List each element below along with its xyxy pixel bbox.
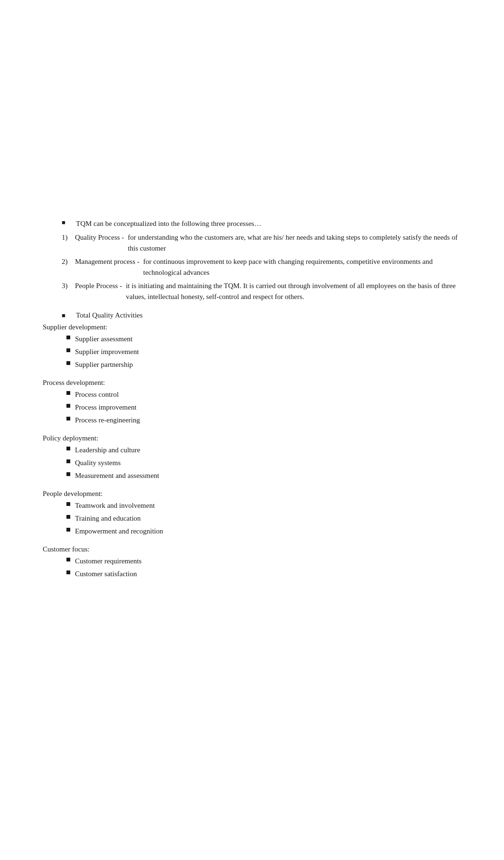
list-item: Teamwork and involvement [66,500,461,511]
processes-list: 1)Quality Process -for understanding who… [43,232,461,302]
category-section-3: People development:Teamwork and involvem… [43,490,461,537]
list-bullet-icon [66,558,70,561]
process-label-3: People Process - [75,280,122,291]
intro-bullet-row: ■ TQM can be conceptualized into the fol… [43,218,461,229]
list-item: Process control [66,389,461,400]
process-label-1: Quality Process - [75,232,124,243]
category-title-0: Supplier development: [43,323,461,331]
intro-bullet-icon: ■ [62,218,76,226]
list-bullet-icon [66,515,70,519]
intro-bullet-text: TQM can be conceptualized into the follo… [76,218,261,229]
list-bullet-icon [66,570,70,574]
process-desc-1: for understanding who the customers are,… [124,232,461,253]
list-item-text: Supplier partnership [75,359,133,370]
process-item-3: 3)People Process -it is initiating and m… [62,280,461,302]
list-item-text: Training and education [75,513,141,524]
category-title-1: Process development: [43,379,461,387]
category-section-4: Customer focus:Customer requirementsCust… [43,545,461,580]
tqa-bullet-icon: ■ [62,311,76,319]
list-bullet-icon [66,528,70,532]
list-item-text: Customer satisfaction [75,568,137,580]
process-desc-3: it is initiating and maintaining the TQM… [122,280,461,302]
list-bullet-icon [66,472,70,476]
list-bullet-icon [66,459,70,463]
list-item-text: Process improvement [75,402,137,413]
list-item-text: Supplier improvement [75,346,139,357]
process-num-1: 1) [62,232,75,243]
category-list-0: Supplier assessmentSupplier improvementS… [43,333,461,370]
list-bullet-icon [66,417,70,421]
category-title-3: People development: [43,490,461,498]
list-item-text: Customer requirements [75,555,141,567]
list-bullet-icon [66,348,70,352]
list-bullet-icon [66,502,70,506]
list-bullet-icon [66,447,70,450]
list-bullet-icon [66,361,70,365]
tqa-bullet-text: Total Quality Activities [76,311,143,319]
category-section-2: Policy deployment:Leadership and culture… [43,434,461,481]
process-num-3: 3) [62,280,75,291]
list-item-text: Leadership and culture [75,444,140,456]
list-item: Customer satisfaction [66,568,461,580]
list-bullet-icon [66,404,70,408]
category-section-0: Supplier development:Supplier assessment… [43,323,461,370]
list-item-text: Supplier assessment [75,333,132,345]
list-item: Supplier assessment [66,333,461,345]
list-item-text: Teamwork and involvement [75,500,155,511]
list-item: Customer requirements [66,555,461,567]
process-item-1: 1)Quality Process -for understanding who… [62,232,461,253]
process-desc-2: for continuous improvement to keep pace … [140,256,461,278]
category-list-4: Customer requirementsCustomer satisfacti… [43,555,461,580]
list-item: Supplier improvement [66,346,461,357]
list-bullet-icon [66,391,70,395]
list-item: Measurement and assessment [66,470,461,481]
tqa-bullet-row: ■ Total Quality Activities [43,311,461,319]
category-list-3: Teamwork and involvementTraining and edu… [43,500,461,537]
list-item-text: Process re-engineering [75,414,140,426]
list-item-text: Empowerment and recognition [75,525,163,537]
process-num-2: 2) [62,256,75,267]
list-item: Leadership and culture [66,444,461,456]
list-item: Process re-engineering [66,414,461,426]
list-item-text: Quality systems [75,457,121,468]
category-title-2: Policy deployment: [43,434,461,442]
list-item: Process improvement [66,402,461,413]
list-item: Quality systems [66,457,461,468]
category-list-1: Process controlProcess improvementProces… [43,389,461,426]
process-item-2: 2)Management process -for continuous imp… [62,256,461,278]
list-item: Empowerment and recognition [66,525,461,537]
list-item-text: Process control [75,389,119,400]
page-content: ■ TQM can be conceptualized into the fol… [0,0,504,860]
category-section-1: Process development:Process controlProce… [43,379,461,426]
list-item-text: Measurement and assessment [75,470,159,481]
process-label-2: Management process - [75,256,140,267]
list-item: Supplier partnership [66,359,461,370]
list-bullet-icon [66,336,70,339]
list-item: Training and education [66,513,461,524]
category-title-4: Customer focus: [43,545,461,553]
categories-container: Supplier development:Supplier assessment… [43,323,461,580]
category-list-2: Leadership and cultureQuality systemsMea… [43,444,461,481]
